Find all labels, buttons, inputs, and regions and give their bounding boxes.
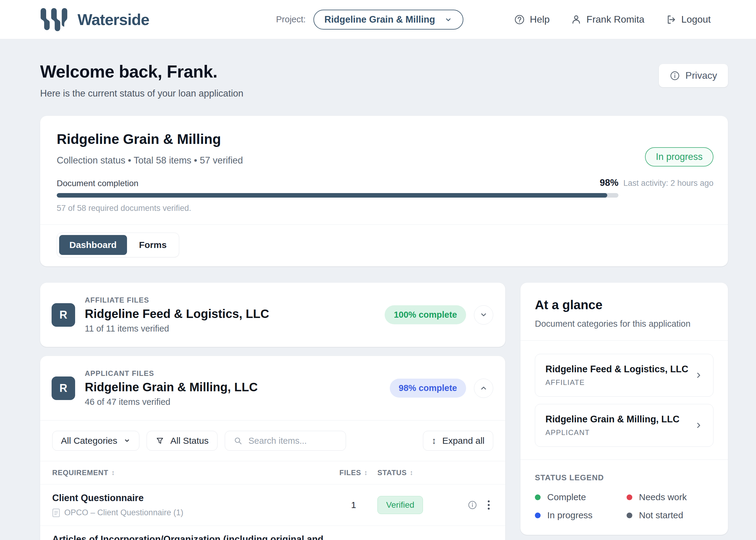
- column-header-requirement[interactable]: REQUIREMENT ↕: [52, 469, 330, 477]
- chevron-down-icon: [444, 15, 452, 24]
- requirement-name: Client Questionnaire: [52, 493, 330, 503]
- loan-status-card: Ridgeline Grain & Milling Collection sta…: [40, 116, 728, 266]
- status-filter-value: All Status: [171, 436, 209, 446]
- project-select-value: Ridgeline Grain & Milling: [324, 14, 435, 25]
- privacy-label: Privacy: [686, 70, 717, 81]
- row-menu-button[interactable]: [487, 500, 490, 510]
- category-item-affiliate[interactable]: Ridgeline Feed & Logistics, LLC AFFILIAT…: [535, 354, 713, 397]
- tab-forms[interactable]: Forms: [129, 235, 177, 255]
- expand-all-button[interactable]: ↕ Expand all: [423, 431, 493, 451]
- divider: [520, 340, 728, 340]
- category-role: APPLICANT: [546, 428, 680, 437]
- chevron-up-icon: [479, 384, 488, 393]
- sort-icon: ↕: [111, 469, 115, 476]
- category-filter-value: All Categories: [61, 436, 117, 446]
- user-menu[interactable]: Frank Romita: [571, 14, 644, 25]
- divider: [520, 460, 728, 460]
- entity-verified-count: 46 of 47 items verified: [85, 397, 380, 407]
- table-filters: All Categories All Status: [40, 420, 505, 461]
- progress-percent: 98%: [600, 177, 618, 188]
- project-selector-group: Project: Ridgeline Grain & Milling: [276, 10, 463, 30]
- search-input[interactable]: [249, 436, 337, 446]
- user-icon: [571, 14, 582, 25]
- entity-category-label: APPLICANT FILES: [85, 369, 380, 378]
- entity-category-label: AFFILIATE FILES: [85, 296, 375, 304]
- brand-logo[interactable]: Waterside: [40, 6, 149, 33]
- applicant-files-card: R APPLICANT FILES Ridgeline Grain & Mill…: [40, 356, 505, 540]
- legend-label: In progress: [547, 510, 592, 520]
- column-header-label: REQUIREMENT: [52, 469, 108, 477]
- legend-item-complete: Complete: [535, 492, 622, 502]
- avatar: R: [52, 303, 75, 327]
- progress-note: 57 of 58 required documents verified.: [57, 203, 618, 213]
- divider: [40, 224, 728, 225]
- completion-badge: 100% complete: [385, 305, 466, 324]
- progress-fill: [57, 193, 607, 198]
- legend-dot: [627, 512, 632, 518]
- category-name: Ridgeline Grain & Milling, LLC: [546, 414, 680, 425]
- header-nav: Help Frank Romita Logout: [514, 14, 711, 25]
- legend-label: Needs work: [639, 492, 687, 502]
- glance-title: At a glance: [535, 298, 713, 312]
- chevron-right-icon: [694, 371, 703, 379]
- project-select[interactable]: Ridgeline Grain & Milling: [314, 10, 463, 30]
- view-tabs: Dashboard Forms: [57, 232, 179, 257]
- category-filter-select[interactable]: All Categories: [52, 431, 139, 451]
- requirement-source: OPCO – Client Questionnaire (1): [64, 508, 184, 517]
- tab-dashboard[interactable]: Dashboard: [59, 235, 127, 255]
- welcome-section: Welcome back, Frank. Here is the current…: [40, 62, 728, 99]
- legend-label: Complete: [547, 492, 586, 502]
- sort-icon: ↕: [410, 469, 413, 476]
- column-header-status[interactable]: STATUS ↕: [377, 469, 450, 477]
- search-box[interactable]: [225, 431, 346, 451]
- expand-all-label: Expand all: [442, 436, 484, 446]
- last-activity: Last activity: 2 hours ago: [623, 179, 713, 188]
- table-header-row: REQUIREMENT ↕ FILES ↕ STATUS ↕: [40, 461, 505, 484]
- collapse-card-button[interactable]: [474, 379, 493, 398]
- avatar: R: [52, 376, 75, 400]
- category-item-applicant[interactable]: Ridgeline Grain & Milling, LLC APPLICANT: [535, 404, 713, 447]
- chevron-down-icon: [123, 437, 131, 444]
- legend-item-needs-work: Needs work: [627, 492, 713, 502]
- legend-label: Not started: [639, 510, 683, 520]
- legend-dot: [627, 494, 632, 500]
- status-pill: Verified: [377, 496, 423, 514]
- document-icon: [52, 508, 60, 517]
- chevron-right-icon: [694, 421, 703, 430]
- table-row: Articles of Incorporation/Organization (…: [40, 525, 505, 540]
- info-icon: [670, 70, 680, 81]
- glance-subtitle: Document categories for this application: [535, 319, 713, 329]
- column-header-files[interactable]: FILES ↕: [337, 469, 370, 477]
- status-filter-button[interactable]: All Status: [147, 431, 217, 451]
- app-header: Waterside Project: Ridgeline Grain & Mil…: [0, 0, 756, 39]
- project-title: Ridgeline Grain & Milling: [57, 131, 713, 147]
- privacy-button[interactable]: Privacy: [659, 64, 728, 87]
- logout-icon: [666, 14, 676, 25]
- help-button[interactable]: Help: [514, 14, 550, 25]
- entity-name: Ridgeline Grain & Milling, LLC: [85, 380, 380, 394]
- user-name: Frank Romita: [586, 14, 644, 25]
- progress-label: Document completion: [57, 179, 139, 188]
- sort-icon: ↕: [364, 469, 368, 476]
- status-legend-title: STATUS LEGEND: [535, 473, 713, 482]
- chevron-down-icon: [479, 311, 488, 320]
- logout-button[interactable]: Logout: [666, 14, 711, 25]
- funnel-icon: [155, 436, 165, 445]
- category-name: Ridgeline Feed & Logistics, LLC: [546, 364, 689, 375]
- document-completion-progress: Document completion 98% 57 of 58 require…: [57, 177, 618, 213]
- row-info-button[interactable]: [467, 500, 477, 510]
- expand-card-button[interactable]: [474, 305, 493, 325]
- column-header-label: FILES: [339, 469, 361, 477]
- table-row: Client Questionnaire OPCO – Client Quest…: [40, 484, 505, 525]
- collection-summary: Collection status • Total 58 items • 57 …: [57, 155, 713, 166]
- completion-badge: 98% complete: [390, 379, 466, 398]
- column-header-label: STATUS: [377, 469, 407, 477]
- waterside-logo-icon: [40, 6, 70, 33]
- page-subtitle: Here is the current status of your loan …: [40, 88, 243, 99]
- entity-verified-count: 11 of 11 items verified: [85, 324, 375, 334]
- project-label: Project:: [276, 15, 306, 24]
- help-label: Help: [530, 14, 550, 25]
- entity-name: Ridgeline Feed & Logistics, LLC: [85, 307, 375, 321]
- legend-dot: [535, 494, 541, 500]
- logout-label: Logout: [681, 14, 711, 25]
